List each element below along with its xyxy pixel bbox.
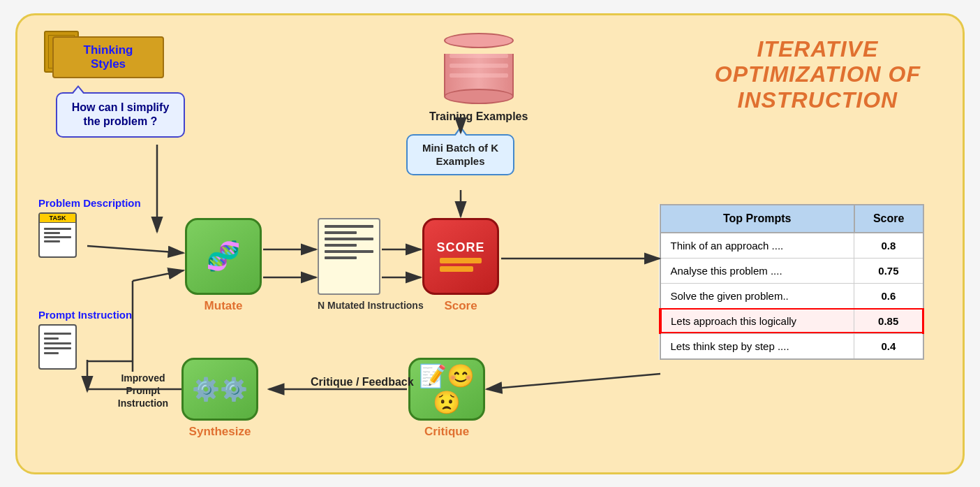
db-stripe-2 [450,64,508,68]
score-icon: SCORE [422,218,499,295]
critique-block: 📝😊😟 Critique [408,358,485,439]
doc-line-2 [44,337,59,340]
main-container: ITERATIVE OPTIMIZATION OF INSTRUCTION Th… [15,13,965,474]
db-bottom [444,89,514,104]
n-doc-line-3 [325,238,373,240]
speech-bubble: How can I simplify the problem ? [56,92,185,138]
table-row: Lets think step by step ....0.4 [660,333,923,359]
critique-feedback-label: Critique / Feedback [311,375,414,390]
title-line1: ITERATIVE [715,36,921,62]
table-row: Lets approach this logically0.85 [660,308,923,333]
arrow-prompt-to-mutate [133,270,184,281]
score-line-2 [440,266,473,272]
mutate-icon: 🧬 [185,218,262,295]
synthesize-icon: ⚙️⚙️ [181,358,258,421]
score-text: SCORE [436,240,484,255]
bubble-text: How can I simplify the problem ? [72,101,170,128]
db-stripe-3 [450,73,508,78]
task-line-1 [44,228,71,230]
title-line3: INSTRUCTION [715,87,921,113]
table-cell-score: 0.6 [854,283,923,308]
synthesize-label: Synthesize [181,425,258,439]
table-row: Analyse this problem ....0.75 [660,258,923,283]
task-label-text: TASK [40,214,75,223]
col-header-score: Score [854,205,923,233]
doc-line-4 [44,347,71,349]
improved-prompt-label: Improved Prompt Instruction [108,372,178,410]
table-cell-score: 0.4 [854,333,923,359]
table-row: Think of an approach ....0.8 [660,233,923,259]
prompt-doc-icon [38,324,77,370]
prompt-instruction: Prompt Instruction [38,309,132,370]
score-label: Score [422,299,499,313]
table-cell-prompt: Analyse this problem .... [660,258,854,283]
score-line-1 [440,258,482,263]
n-doc-line-5 [325,250,373,253]
table-cell-score: 0.85 [854,308,923,333]
arrow-table-to-critique [487,374,660,389]
training-block: Training Examples [429,33,528,124]
synthesize-block: ⚙️⚙️ Synthesize [181,358,258,439]
results-table-block: Top Prompts Score Think of an approach .… [659,204,924,360]
doc-line-1 [44,333,71,335]
task-icon: TASK [38,212,77,258]
n-mutated-label: N Mutated Instructions [318,299,424,312]
mutate-block: 🧬 Mutate [185,218,262,313]
database-icon [444,33,514,104]
db-top [444,33,514,48]
table-cell-score: 0.8 [854,233,923,259]
table-cell-prompt: Think of an approach .... [660,233,854,259]
n-mutated-icon [318,218,380,295]
n-doc-line-6 [325,256,357,259]
minibatch-bubble: Mini Batch of K Examples [406,134,514,175]
table-cell-score: 0.75 [854,258,923,283]
results-table: Top Prompts Score Think of an approach .… [659,204,924,360]
thinking-styles-text: Thinking Styles [84,43,133,71]
problem-description-label: Problem Description [38,197,141,209]
task-line-3 [44,236,71,238]
n-doc-line-4 [325,244,357,247]
doc-line-3 [44,342,71,344]
table-cell-prompt: Lets think step by step .... [660,333,854,359]
table-cell-prompt: Solve the given problem.. [660,283,854,308]
training-label: Training Examples [429,110,528,124]
task-line-4 [44,240,60,242]
critique-label: Critique [408,425,485,439]
title-line2: OPTIMIZATION OF [715,61,921,87]
table-header-row: Top Prompts Score [660,205,923,233]
task-lines [40,223,75,247]
score-block: SCORE Score [422,218,499,313]
title-area: ITERATIVE OPTIMIZATION OF INSTRUCTION [715,36,921,113]
n-doc-line-1 [325,225,373,228]
thinking-styles-box: Thinking Styles [52,36,164,78]
task-line-2 [44,232,60,234]
n-mutated-block: N Mutated Instructions [318,218,424,312]
table-cell-prompt: Lets approach this logically [660,308,854,333]
problem-description: Problem Description TASK [38,197,141,258]
thinking-styles-label: Thinking Styles [52,36,164,78]
critique-icon: 📝😊😟 [408,358,485,421]
minibatch-text: Mini Batch of K Examples [422,142,498,168]
score-lines [440,258,482,272]
doc-lines [40,326,75,361]
col-header-prompts: Top Prompts [660,205,854,233]
n-doc-line-2 [325,231,357,234]
mutate-label: Mutate [185,299,262,313]
db-stripe-1 [450,54,508,58]
prompt-instruction-label: Prompt Instruction [38,309,132,321]
doc-line-5 [44,352,59,354]
table-row: Solve the given problem..0.6 [660,283,923,308]
